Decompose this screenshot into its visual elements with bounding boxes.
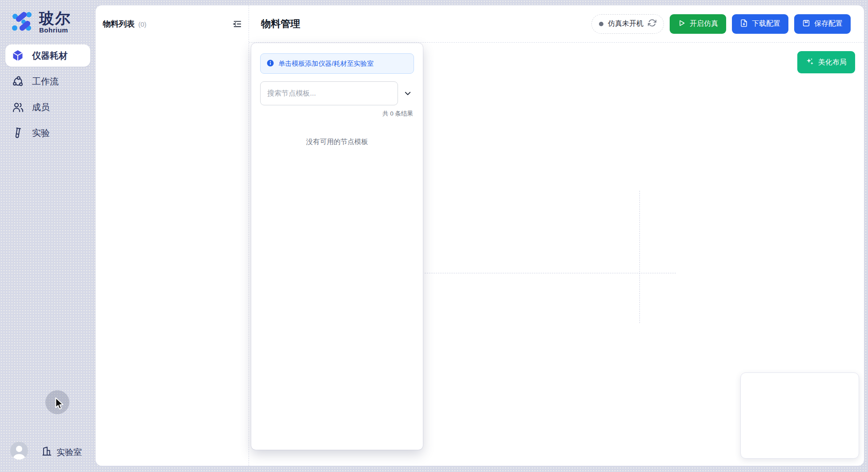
beautify-layout-label: 美化布局 (818, 58, 847, 67)
material-list-header: 物料列表 (0) (103, 19, 242, 29)
cube-icon (12, 49, 24, 62)
main-panel: 物料列表 (0) 物料管理 仿真未开机 (96, 5, 864, 466)
user-avatar[interactable] (10, 442, 28, 460)
simulation-status-label: 仿真未开机 (608, 19, 643, 28)
sidebar-footer: 实验室 (0, 440, 96, 460)
save-config-button[interactable]: 保存配置 (794, 14, 851, 34)
brand-name-zh: 玻尔 (39, 10, 71, 26)
node-template-panel: 单击模板添加仪器/耗材至实验室 共 0 条结果 没有可用的节点模板 (251, 43, 423, 450)
save-icon (802, 19, 810, 29)
page-header: 物料管理 仿真未开机 (249, 5, 864, 43)
beautify-layout-button[interactable]: 美化布局 (797, 51, 855, 73)
download-config-label: 下载配置 (752, 19, 780, 28)
template-search-input[interactable] (260, 81, 398, 105)
info-icon (266, 59, 274, 68)
material-list-panel: 物料列表 (0) (96, 5, 249, 466)
sidebar-item-experiment[interactable]: 实验 (5, 122, 90, 144)
start-simulation-label: 开启仿真 (690, 19, 718, 28)
brand-logo[interactable]: 玻尔 Bohrium (9, 8, 71, 36)
members-icon (12, 101, 24, 113)
download-config-button[interactable]: 下载配置 (732, 14, 788, 34)
chevron-down-icon[interactable] (402, 87, 414, 100)
header-actions: 仿真未开机 开启仿真 (591, 14, 851, 34)
sidebar-item-label: 成员 (32, 101, 50, 113)
template-empty-text: 没有可用的节点模板 (260, 137, 414, 147)
app-root: 玻尔 Bohrium 仪器耗材 (0, 0, 868, 472)
sidebar-nav: 仪器耗材 工作流 (5, 44, 90, 144)
page-title: 物料管理 (261, 17, 300, 31)
template-hint-banner[interactable]: 单击模板添加仪器/耗材至实验室 (260, 53, 414, 74)
flow-canvas[interactable]: 单击模板添加仪器/耗材至实验室 共 0 条结果 没有可用的节点模板 (249, 43, 864, 466)
start-simulation-button[interactable]: 开启仿真 (670, 14, 726, 34)
experiment-icon (12, 127, 24, 139)
sidebar-item-instruments[interactable]: 仪器耗材 (5, 44, 90, 67)
template-result-count: 共 0 条结果 (260, 110, 414, 118)
brand-text: 玻尔 Bohrium (39, 10, 71, 34)
sparkles-icon (806, 57, 814, 68)
workflow-icon (12, 75, 24, 88)
material-list-count: (0) (138, 20, 146, 28)
status-dot-icon (599, 22, 603, 26)
canvas-minimap[interactable] (740, 372, 859, 459)
save-config-label: 保存配置 (814, 19, 843, 28)
brand-name-en: Bohrium (39, 26, 71, 34)
building-icon (41, 446, 52, 459)
material-list-title: 物料列表 (103, 19, 135, 29)
sidebar-item-label: 实验 (32, 127, 50, 139)
lab-label: 实验室 (56, 447, 82, 458)
mouse-cursor-icon (52, 396, 66, 413)
file-download-icon (740, 19, 748, 29)
canvas-guide-line-vertical (639, 191, 640, 323)
play-icon (678, 19, 686, 29)
simulation-status-pill[interactable]: 仿真未开机 (591, 14, 664, 34)
template-hint-text: 单击模板添加仪器/耗材至实验室 (278, 60, 374, 68)
bohrium-logo-icon (9, 8, 35, 36)
sidebar-item-label: 工作流 (32, 76, 59, 88)
template-search-row (260, 81, 414, 105)
canvas-guide-line-horizontal (425, 273, 676, 273)
collapse-panel-icon[interactable] (232, 19, 242, 29)
sidebar-item-label: 仪器耗材 (32, 50, 68, 62)
refresh-icon[interactable] (648, 19, 656, 29)
lab-switcher[interactable]: 实验室 (41, 446, 82, 459)
sidebar-item-workflow[interactable]: 工作流 (5, 70, 90, 92)
sidebar-item-members[interactable]: 成员 (5, 96, 90, 118)
